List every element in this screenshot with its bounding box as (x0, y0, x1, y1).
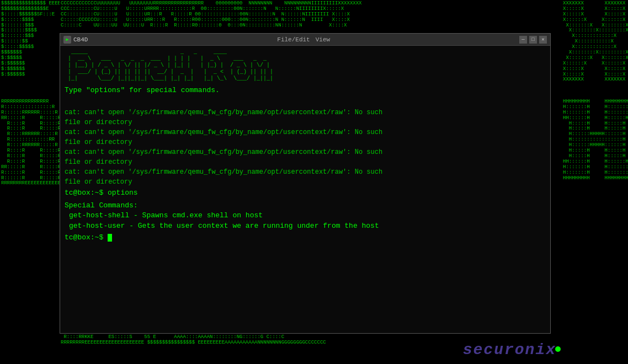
prompt-text: tc@box:~$ (65, 233, 108, 242)
special-command-1: get-host-shell - Spawns cmd.exe shell on… (65, 211, 546, 221)
special-commands-header: Special Commands: (65, 201, 546, 211)
titlebar-controls: ─ □ ✕ (519, 36, 547, 44)
cursor-blink (108, 234, 112, 242)
titlebar-left: ▶ CB4D (63, 36, 88, 44)
prompt-current[interactable]: tc@box:~$ (65, 233, 546, 243)
error-line-4: file or directory (65, 137, 546, 147)
error-line-6: file or directory (65, 157, 546, 167)
status-dot (555, 346, 561, 352)
intro-text: Type "options" for special commands. (65, 85, 546, 96)
menu-view[interactable]: View (316, 36, 330, 43)
bg-left-matrix: $$$$$$$$$$$$$$$ EEEEEEEEEEEEEEEEEEE $$$$… (0, 0, 60, 364)
securonix-watermark: securonix (463, 341, 556, 358)
error-line-7: cat: can't open '/sys/firmware/qemu_fw_c… (65, 167, 546, 177)
ascii-logo: _____ _ _ ____ | __ \ ___ _ _ _ ___ | | … (65, 49, 546, 82)
terminal-icon: ▶ (63, 36, 71, 44)
error-messages: cat: can't open '/sys/firmware/qemu_fw_c… (65, 108, 546, 187)
minimize-button[interactable]: ─ (519, 36, 527, 44)
menu-file-edit[interactable]: File/Edit (277, 36, 310, 43)
special-command-2: get-host-user - Gets the user context we… (65, 221, 546, 232)
error-line-3: cat: can't open '/sys/firmware/qemu_fw_c… (65, 127, 546, 137)
terminal-titlebar: ▶ CB4D File/Edit View ─ □ ✕ (60, 34, 550, 46)
titlebar-menu: File/Edit View (277, 36, 330, 43)
close-button[interactable]: ✕ (539, 36, 547, 44)
prompt-options: tc@box:~$ options (65, 188, 546, 199)
error-line-1: cat: can't open '/sys/firmware/qemu_fw_c… (65, 108, 546, 117)
error-line-8: file or directory (65, 177, 546, 187)
maximize-button[interactable]: □ (529, 36, 537, 44)
terminal-window: ▶ CB4D File/Edit View ─ □ ✕ _____ _ _ __… (60, 33, 551, 334)
bg-right-matrix: XXXXXXX XXXXXXX X:::::X X:::::X X:::::X … (562, 0, 628, 364)
bg-top-matrix: CCCCCCCCCCCCUUUUUUUU UUUUUUUURRRRRRRRRRR… (60, 0, 562, 33)
terminal-body: _____ _ _ ____ | __ \ ___ _ _ _ ___ | | … (60, 46, 550, 333)
terminal-title: CB4D (73, 36, 88, 43)
error-line-2: file or directory (65, 117, 546, 127)
error-line-5: cat: can't open '/sys/firmware/qemu_fw_c… (65, 147, 546, 157)
